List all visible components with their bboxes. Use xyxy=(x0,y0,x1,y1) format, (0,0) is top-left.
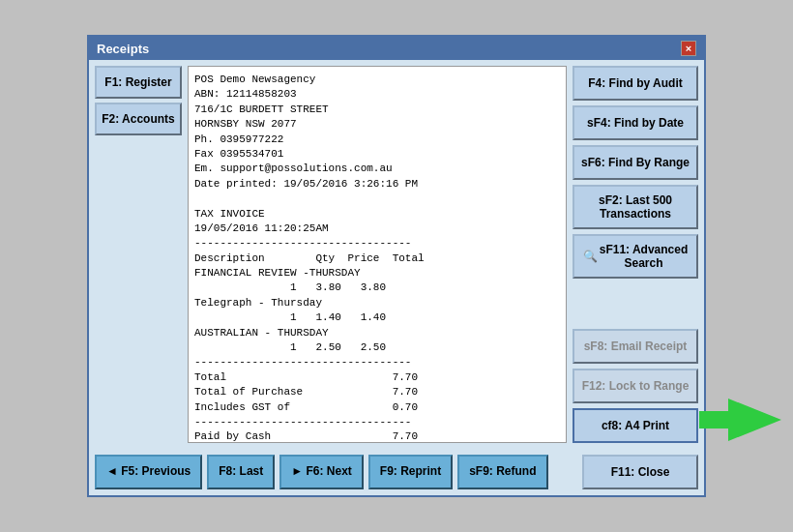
close-receipts-button[interactable]: F11: Close xyxy=(582,455,698,489)
arrow-body xyxy=(699,411,728,429)
email-receipt-button[interactable]: sF8: Email Receipt xyxy=(573,329,698,364)
refund-button[interactable]: sF9: Refund xyxy=(457,455,547,489)
arrow-indicator xyxy=(699,399,781,441)
bottom-bar: ◄ F5: Previous F8: Last ► F6: Next F9: R… xyxy=(89,449,704,495)
next-button[interactable]: ► F6: Next xyxy=(279,455,364,489)
a4-print-button[interactable]: cf8: A4 Print xyxy=(573,408,698,443)
bottom-right-buttons: F11: Close xyxy=(582,455,698,489)
register-button[interactable]: F1: Register xyxy=(95,66,182,99)
last-500-button[interactable]: sF2: Last 500 Transactions xyxy=(573,185,698,229)
bottom-left-buttons: ◄ F5: Previous F8: Last ► F6: Next F9: R… xyxy=(95,455,577,489)
receipt-content: POS Demo Newsagency ABN: 12114858203 716… xyxy=(188,66,567,443)
right-sidebar: F4: Find by Audit sF4: Find by Date sF6:… xyxy=(573,66,698,443)
magnifier-icon: 🔍 xyxy=(583,250,598,263)
previous-button[interactable]: ◄ F5: Previous xyxy=(95,455,202,489)
find-by-range-button[interactable]: sF6: Find By Range xyxy=(573,145,698,180)
arrow-head xyxy=(728,399,781,441)
close-button[interactable]: × xyxy=(681,41,696,56)
main-content: F1: Register F2: Accounts POS Demo Newsa… xyxy=(89,60,704,449)
receipts-window: Receipts × F1: Register F2: Accounts POS… xyxy=(87,35,706,497)
title-bar: Receipts × xyxy=(89,37,704,60)
sidebar-spacer xyxy=(95,139,182,443)
last-button[interactable]: F8: Last xyxy=(207,455,275,489)
find-by-audit-button[interactable]: F4: Find by Audit xyxy=(573,66,698,101)
find-by-date-button[interactable]: sF4: Find by Date xyxy=(573,105,698,140)
left-sidebar: F1: Register F2: Accounts xyxy=(95,66,182,443)
window-title: Receipts xyxy=(97,42,149,56)
reprint-button[interactable]: F9: Reprint xyxy=(368,455,453,489)
right-spacer xyxy=(573,283,698,324)
accounts-button[interactable]: F2: Accounts xyxy=(95,103,182,135)
advanced-search-label: sF11: Advanced Search xyxy=(600,243,689,270)
advanced-search-button[interactable]: 🔍 sF11: Advanced Search xyxy=(573,234,698,279)
lock-to-range-button[interactable]: F12: Lock to Range xyxy=(573,369,698,403)
